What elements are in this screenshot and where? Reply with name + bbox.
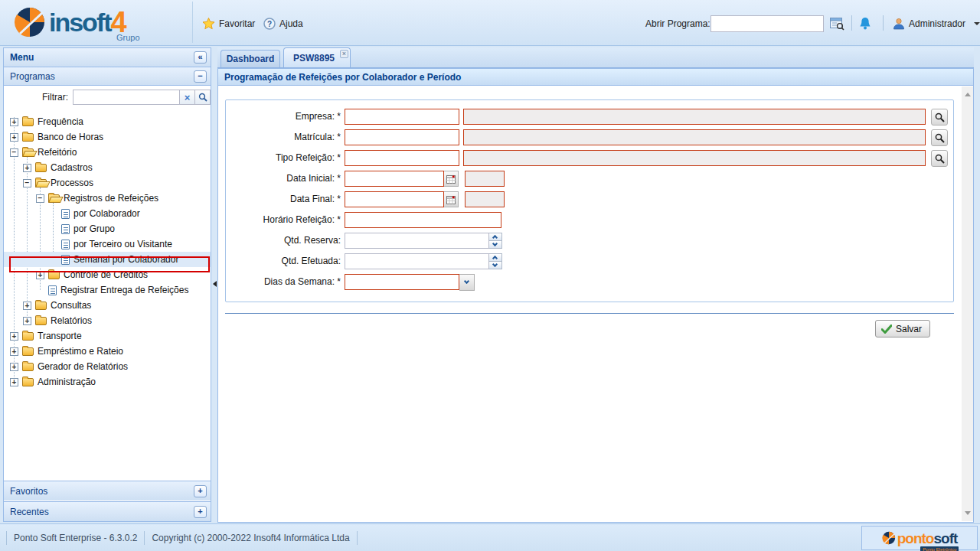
- calendar-icon: [446, 174, 456, 184]
- tree-item-administracao[interactable]: Administração: [4, 374, 211, 390]
- sidebar-collapse-button[interactable]: [194, 51, 207, 64]
- scroll-up-icon[interactable]: [965, 93, 971, 96]
- tab-label: PSW8895: [293, 53, 335, 64]
- field-label: Data Inicial: *: [226, 171, 341, 184]
- qtd-reserva-input[interactable]: [345, 233, 489, 249]
- save-button[interactable]: Salvar: [875, 320, 930, 337]
- expand-icon[interactable]: [36, 271, 44, 279]
- qtd-efetuada-input[interactable]: [345, 253, 489, 269]
- tab-psw8895[interactable]: PSW8895: [283, 47, 351, 67]
- programs-section-header[interactable]: Programas: [4, 67, 211, 86]
- tab-close-icon[interactable]: [340, 50, 348, 58]
- tree-item-label: Controle de Créditos: [64, 269, 148, 280]
- collapse-icon[interactable]: [36, 194, 44, 203]
- help-button[interactable]: ? Ajuda: [263, 15, 303, 32]
- tree-item-registros-de-refeicoes[interactable]: Registros de Refeições: [4, 191, 211, 206]
- programs-collapse-button[interactable]: [194, 70, 207, 83]
- data-inicial-calendar-button[interactable]: [444, 171, 459, 187]
- tipo-refeicao-desc-input: [463, 150, 926, 166]
- expand-icon[interactable]: [23, 164, 31, 172]
- spinner-up-button[interactable]: [489, 233, 502, 241]
- collapse-icon[interactable]: [23, 179, 31, 187]
- filter-search-button[interactable]: [195, 90, 211, 105]
- search-icon: [198, 93, 207, 102]
- data-final-input[interactable]: [345, 191, 444, 207]
- horario-refeicao-input[interactable]: [345, 212, 501, 228]
- sidebar-splitter[interactable]: [211, 47, 217, 522]
- status-bar: Ponto Soft Enterprise - 6.3.0.2 Copyrigh…: [0, 523, 980, 551]
- field-label: Data Final: *: [226, 191, 341, 204]
- expand-icon[interactable]: [10, 378, 18, 386]
- favorites-section-header[interactable]: Favoritos: [4, 481, 211, 500]
- tree-item-consultas[interactable]: Consultas: [4, 298, 211, 313]
- tree-item-por-colaborador[interactable]: por Colaborador: [4, 206, 211, 221]
- tree-item-processos[interactable]: Processos: [4, 175, 211, 191]
- empresa-code-input[interactable]: [345, 109, 459, 125]
- tree-item-banco-de-horas[interactable]: Banco de Horas: [4, 129, 211, 145]
- scroll-down-icon[interactable]: [965, 511, 971, 515]
- expand-icon[interactable]: [10, 363, 18, 371]
- splitter-collapse-arrow-icon[interactable]: [213, 281, 217, 287]
- document-icon: [48, 285, 57, 295]
- open-program-input[interactable]: [710, 15, 824, 32]
- tree-item-label: Refeitório: [38, 147, 77, 158]
- qtd-efetuada-spinner: [489, 253, 502, 269]
- panel-title-bar: Programação de Refeições por Colaborador…: [218, 69, 973, 86]
- folder-icon: [22, 133, 34, 142]
- tree-item-label: Gerador de Relatórios: [38, 361, 128, 372]
- empresa-lookup-button[interactable]: [931, 109, 948, 126]
- pontosoft-sphere-icon: [882, 531, 896, 545]
- tree-item-por-grupo[interactable]: por Grupo: [4, 221, 211, 236]
- program-panel: Programação de Refeições por Colaborador…: [217, 68, 974, 523]
- tree-item-relatorios[interactable]: Relatórios: [4, 313, 211, 328]
- dias-da-semana-dropdown-button[interactable]: [459, 274, 475, 291]
- expand-icon[interactable]: [10, 118, 18, 126]
- expand-icon[interactable]: [23, 302, 31, 310]
- tree-item-controle-de-creditos[interactable]: Controle de Créditos: [4, 267, 211, 282]
- tree-item-cadastros[interactable]: Cadastros: [4, 160, 211, 175]
- favorite-button[interactable]: Favoritar: [202, 15, 255, 32]
- field-label: Dias da Semana: *: [226, 274, 341, 287]
- form-row-qtd-reserva: Qtd. Reserva:: [226, 233, 953, 253]
- recents-section-header[interactable]: Recentes: [4, 501, 211, 521]
- expand-icon[interactable]: [23, 317, 31, 325]
- form-separator: [225, 313, 954, 314]
- tree-item-por-terceiro-ou-visitante[interactable]: por Terceiro ou Visitante: [4, 236, 211, 252]
- tab-dashboard[interactable]: Dashboard: [220, 50, 280, 67]
- notifications-button[interactable]: [858, 15, 872, 32]
- tree-item-frequencia[interactable]: Frequência: [4, 114, 211, 129]
- tree-item-refeitorio[interactable]: Refeitório: [4, 145, 211, 160]
- folder-icon: [48, 271, 60, 279]
- tree-item-transporte[interactable]: Transporte: [4, 328, 211, 344]
- browse-program-button[interactable]: [830, 15, 844, 32]
- tree-item-emprestimo-e-rateio[interactable]: Empréstimo e Rateio: [4, 344, 211, 359]
- tipo-refeicao-lookup-button[interactable]: [931, 150, 948, 167]
- matricula-code-input[interactable]: [345, 129, 459, 145]
- user-menu[interactable]: Administrador: [893, 15, 980, 32]
- collapse-icon[interactable]: [10, 148, 18, 157]
- recents-expand-button[interactable]: [194, 506, 207, 518]
- matricula-lookup-button[interactable]: [931, 129, 948, 146]
- tree-item-gerador-de-relatorios[interactable]: Gerador de Relatórios: [4, 359, 211, 374]
- spinner-up-button[interactable]: [489, 253, 502, 262]
- tipo-refeicao-code-input[interactable]: [345, 150, 459, 166]
- tree-item-registrar-entrega-de-refeicoes[interactable]: Registrar Entrega de Refeições: [4, 282, 211, 298]
- dias-da-semana-input[interactable]: [345, 274, 459, 290]
- tree-item-label: Empréstimo e Rateio: [38, 346, 123, 357]
- expand-icon[interactable]: [10, 133, 18, 142]
- data-inicial-input[interactable]: [345, 171, 444, 187]
- tree-item-semanal-por-colaborador[interactable]: Semanal por Colaborador: [4, 252, 211, 267]
- expand-icon[interactable]: [10, 347, 18, 356]
- empresa-desc-input: [463, 109, 926, 125]
- tree-item-label: por Grupo: [74, 223, 115, 234]
- filter-input[interactable]: [73, 90, 180, 105]
- spinner-down-button[interactable]: [489, 262, 502, 269]
- favorites-expand-button[interactable]: [194, 485, 207, 497]
- vertical-scrollbar[interactable]: [962, 86, 973, 521]
- expand-icon[interactable]: [10, 332, 18, 341]
- chevron-down-icon: [492, 262, 498, 267]
- data-final-calendar-button[interactable]: [444, 191, 459, 207]
- filter-clear-button[interactable]: [180, 90, 195, 105]
- program-search-icon: [830, 18, 844, 31]
- spinner-down-button[interactable]: [489, 241, 502, 249]
